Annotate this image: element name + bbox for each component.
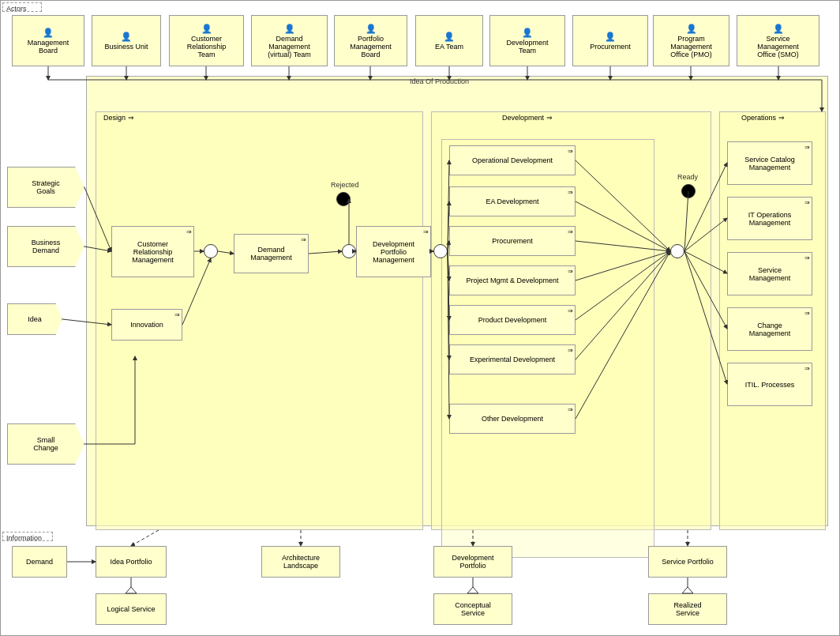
process-arrow-icon: ⇒ — [804, 144, 810, 151]
product-dev-box[interactable]: Product Development ⇒ — [449, 305, 576, 335]
idea-of-production-label: Idea Of Production — [410, 77, 469, 85]
process-arrow-icon: ⇒ — [423, 228, 429, 235]
process-arrow-icon: ⇒ — [174, 311, 180, 318]
person-icon: 👤 — [605, 32, 616, 42]
process-arrow-icon: ⇒ — [804, 365, 810, 372]
demand-info-box[interactable]: Demand — [12, 546, 67, 578]
information-section-label: Information — [2, 532, 53, 541]
svg-marker-54 — [682, 587, 693, 593]
process-arrow-icon: ⇒ — [568, 268, 573, 275]
actor-business-unit[interactable]: 👤 Business Unit — [92, 15, 161, 66]
architecture-landscape-box[interactable]: ArchitectureLandscape — [261, 546, 340, 578]
actor-portfolio-board[interactable]: 👤 PortfolioManagementBoard — [334, 15, 407, 66]
demand-mgmt-process-box[interactable]: DemandManagement ⇒ — [234, 234, 309, 273]
person-icon: 👤 — [201, 24, 212, 34]
process-arrow-icon: ⇒ — [186, 228, 192, 235]
person-icon: 👤 — [121, 32, 132, 42]
actor-smo[interactable]: 👤 ServiceManagementOffice (SMO) — [737, 15, 819, 66]
crm-process-box[interactable]: CustomerRelationshipManagement ⇒ — [111, 226, 194, 277]
process-arrow-icon: ⇒ — [568, 307, 573, 314]
business-demand-input: BusinessDemand — [7, 226, 84, 267]
process-arrow-icon: ⇒ — [804, 310, 810, 317]
service-mgmt-box[interactable]: ServiceManagement ⇒ — [727, 252, 812, 295]
actor-demand-mgmt-team[interactable]: 👤 DemandManagement(virtual) Team — [251, 15, 328, 66]
actor-ea-team[interactable]: 👤 EA Team — [415, 15, 483, 66]
conceptual-service-box[interactable]: ConceptualService — [433, 593, 512, 625]
dev-circle-2 — [670, 244, 684, 258]
development-portfolio-box[interactable]: DevelopmentPortfolio — [433, 546, 512, 578]
procurement-dev-box[interactable]: Procurement ⇒ — [449, 226, 576, 256]
circle-node-1 — [204, 244, 218, 258]
small-change-input: SmallChange — [7, 423, 84, 465]
idea-portfolio-box[interactable]: Idea Portfolio — [96, 546, 167, 578]
process-arrow-icon: ⇒ — [568, 406, 573, 413]
rejected-label: Rejected — [331, 181, 359, 189]
svg-marker-50 — [126, 587, 137, 593]
ea-dev-box[interactable]: EA Development ⇒ — [449, 186, 576, 216]
actor-management-board[interactable]: 👤 ManagementBoard — [12, 15, 84, 66]
actors-section-label: Actors — [2, 2, 42, 12]
itil-box[interactable]: ITIL. Processes ⇒ — [727, 363, 812, 406]
innovation-process-box[interactable]: Innovation ⇒ — [111, 309, 182, 341]
operations-label: Operations ⇒ — [741, 114, 785, 122]
process-arrow-icon: ⇒ — [568, 228, 573, 235]
actor-crm-team[interactable]: 👤 CustomerRelationshipTeam — [169, 15, 244, 66]
person-icon: 👤 — [284, 24, 295, 34]
person-icon: 👤 — [686, 24, 697, 34]
process-arrow-icon: ⇒ — [804, 199, 810, 206]
svg-line-44 — [131, 530, 159, 546]
person-icon: 👤 — [444, 32, 455, 42]
diagram-container: Actors 👤 ManagementBoard 👤 Business Unit… — [0, 0, 840, 636]
operational-dev-box[interactable]: Operational Development ⇒ — [449, 145, 576, 175]
ready-node — [681, 184, 696, 198]
circle-node-2 — [342, 244, 356, 258]
actor-pmo[interactable]: 👤 ProgramManagementOffice (PMO) — [653, 15, 729, 66]
person-icon: 👤 — [366, 24, 377, 34]
person-icon: 👤 — [522, 28, 533, 38]
realized-service-box[interactable]: RealizedService — [648, 593, 727, 625]
actor-procurement[interactable]: 👤 Procurement — [572, 15, 648, 66]
process-arrow-icon: ⇒ — [568, 189, 573, 196]
experimental-dev-box[interactable]: Experimental Development ⇒ — [449, 344, 576, 374]
it-operations-box[interactable]: IT OperationsManagement ⇒ — [727, 197, 812, 240]
process-arrow-icon: ⇒ — [568, 148, 573, 155]
idea-input: Idea — [7, 303, 62, 335]
dev-portfolio-mgmt-box[interactable]: DevelopmentPortfolioManagement ⇒ — [356, 226, 431, 277]
person-icon: 👤 — [43, 28, 54, 38]
change-mgmt-box[interactable]: ChangeManagement ⇒ — [727, 307, 812, 351]
service-catalog-box[interactable]: Service CatalogManagement ⇒ — [727, 141, 812, 185]
svg-marker-52 — [467, 587, 478, 593]
dev-circle-1 — [433, 244, 448, 258]
logical-service-box[interactable]: Logical Service — [96, 593, 167, 625]
rejected-node — [336, 192, 351, 206]
process-arrow-icon: ⇒ — [301, 236, 306, 243]
other-dev-box[interactable]: Other Development ⇒ — [449, 404, 576, 434]
design-label: Design ⇒ — [103, 114, 134, 122]
service-portfolio-box[interactable]: Service Portfolio — [648, 546, 727, 578]
development-label: Development ⇒ — [502, 114, 553, 122]
ready-label: Ready — [677, 173, 698, 181]
strategic-goals-input: StrategicGoals — [7, 167, 84, 208]
project-mgmt-box[interactable]: Project Mgmt & Development ⇒ — [449, 265, 576, 295]
process-arrow-icon: ⇒ — [568, 347, 573, 354]
actor-dev-team[interactable]: 👤 DevelopmentTeam — [489, 15, 565, 66]
person-icon: 👤 — [773, 24, 784, 34]
process-arrow-icon: ⇒ — [804, 254, 810, 262]
